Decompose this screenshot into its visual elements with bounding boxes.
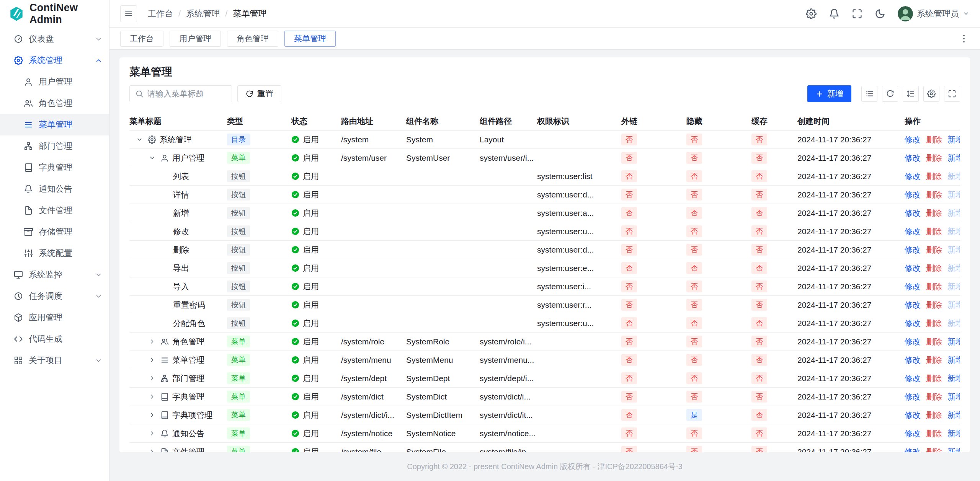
delete-link[interactable]: 删除 [926, 281, 942, 292]
delete-link[interactable]: 删除 [926, 428, 942, 439]
add-link[interactable]: 新增 [947, 263, 960, 274]
edit-link[interactable]: 修改 [905, 300, 921, 310]
add-link[interactable]: 新增 [947, 171, 960, 182]
sidebar-item-3[interactable]: 任务调度 [0, 285, 109, 307]
tree-expand-icon[interactable] [147, 392, 157, 402]
delete-link[interactable]: 删除 [926, 373, 942, 384]
dark-mode-moon-icon[interactable] [875, 8, 885, 19]
notification-bell-icon[interactable] [829, 8, 840, 19]
sidebar-item-6[interactable]: 关于项目 [0, 350, 109, 371]
sidebar-item-2[interactable]: 系统监控 [0, 264, 109, 285]
tab-3[interactable]: 菜单管理 [284, 31, 336, 47]
table-row[interactable]: 详情按钮启用system:user:d...否否否2024-11-17 20:3… [129, 186, 960, 204]
sidebar-subitem-6[interactable]: 文件管理 [0, 200, 109, 221]
delete-link[interactable]: 删除 [926, 226, 942, 237]
edit-link[interactable]: 修改 [905, 171, 921, 182]
delete-link[interactable]: 删除 [926, 189, 942, 200]
add-link[interactable]: 新增 [947, 281, 960, 292]
add-link[interactable]: 新增 [947, 373, 960, 384]
tree-expand-icon[interactable] [147, 337, 157, 347]
delete-link[interactable]: 删除 [926, 134, 942, 145]
sidebar-collapse-button[interactable] [120, 5, 137, 22]
add-link[interactable]: 新增 [947, 355, 960, 365]
tree-expand-icon[interactable] [147, 153, 157, 163]
table-row[interactable]: 导入按钮启用system:user:i...否否否2024-11-17 20:3… [129, 277, 960, 296]
table-row[interactable]: 列表按钮启用system:user:list否否否2024-11-17 20:3… [129, 167, 960, 186]
add-link[interactable]: 新增 [947, 245, 960, 255]
table-row[interactable]: 新增按钮启用system:user:a...否否否2024-11-17 20:3… [129, 204, 960, 222]
table-row[interactable]: 通知公告菜单启用/system/noticeSystemNoticesystem… [129, 424, 960, 443]
edit-link[interactable]: 修改 [905, 263, 921, 274]
edit-link[interactable]: 修改 [905, 226, 921, 237]
density-button[interactable] [861, 86, 877, 102]
sidebar-item-4[interactable]: 应用管理 [0, 307, 109, 328]
edit-link[interactable]: 修改 [905, 318, 921, 329]
table-row[interactable]: 部门管理菜单启用/system/deptSystemDeptsystem/dep… [129, 369, 960, 388]
delete-link[interactable]: 删除 [926, 318, 942, 329]
sidebar-subitem-5[interactable]: 通知公告 [0, 178, 109, 200]
fullscreen-icon[interactable] [852, 8, 862, 19]
tab-more-icon[interactable] [959, 33, 969, 44]
delete-link[interactable]: 删除 [926, 355, 942, 365]
table-row[interactable]: 修改按钮启用system:user:u...否否否2024-11-17 20:3… [129, 222, 960, 241]
table-row[interactable]: 字典管理菜单启用/system/dictSystemDictsystem/dic… [129, 388, 960, 406]
delete-link[interactable]: 删除 [926, 245, 942, 255]
sidebar-item-1[interactable]: 系统管理 [0, 50, 109, 71]
add-link[interactable]: 新增 [947, 447, 960, 453]
delete-link[interactable]: 删除 [926, 171, 942, 182]
edit-link[interactable]: 修改 [905, 355, 921, 365]
add-link[interactable]: 新增 [947, 153, 960, 163]
delete-link[interactable]: 删除 [926, 300, 942, 310]
sidebar-subitem-1[interactable]: 角色管理 [0, 93, 109, 114]
delete-link[interactable]: 删除 [926, 153, 942, 163]
sidebar-subitem-4[interactable]: 字典管理 [0, 157, 109, 178]
table-row[interactable]: 导出按钮启用system:user:e...否否否2024-11-17 20:3… [129, 259, 960, 277]
delete-link[interactable]: 删除 [926, 208, 942, 218]
edit-link[interactable]: 修改 [905, 189, 921, 200]
breadcrumb-item[interactable]: 系统管理 [186, 8, 220, 20]
table-row[interactable]: 字典项管理菜单启用/system/dict/i...SystemDictItem… [129, 406, 960, 424]
add-link[interactable]: 新增 [947, 189, 960, 200]
column-settings-button[interactable] [923, 86, 939, 102]
edit-link[interactable]: 修改 [905, 245, 921, 255]
tab-2[interactable]: 角色管理 [227, 31, 278, 47]
line-height-button[interactable] [903, 86, 919, 102]
tab-1[interactable]: 用户管理 [170, 31, 221, 47]
logo[interactable]: ContiNew Admin [0, 0, 109, 28]
table-row[interactable]: 菜单管理菜单启用/system/menuSystemMenusystem/men… [129, 351, 960, 369]
delete-link[interactable]: 删除 [926, 336, 942, 347]
add-link[interactable]: 新增 [947, 300, 960, 310]
edit-link[interactable]: 修改 [905, 153, 921, 163]
sidebar-subitem-2[interactable]: 菜单管理 [0, 114, 109, 135]
sidebar-subitem-3[interactable]: 部门管理 [0, 135, 109, 157]
sidebar-item-0[interactable]: 仪表盘 [0, 28, 109, 50]
table-row[interactable]: 分配角色按钮启用system:user:u...否否否2024-11-17 20… [129, 314, 960, 333]
table-row[interactable]: 系统管理目录启用/systemSystemLayout否否否2024-11-17… [129, 130, 960, 149]
table-fullscreen-button[interactable] [944, 86, 960, 102]
table-row[interactable]: 删除按钮启用system:user:d...否否否2024-11-17 20:3… [129, 241, 960, 259]
sidebar-item-5[interactable]: 代码生成 [0, 328, 109, 350]
table-row[interactable]: 重置密码按钮启用system:user:r...否否否2024-11-17 20… [129, 296, 960, 314]
tree-expand-icon[interactable] [147, 373, 157, 383]
add-link[interactable]: 新增 [947, 410, 960, 421]
add-link[interactable]: 新增 [947, 208, 960, 218]
edit-link[interactable]: 修改 [905, 134, 921, 145]
tree-expand-icon[interactable] [147, 355, 157, 365]
edit-link[interactable]: 修改 [905, 373, 921, 384]
edit-link[interactable]: 修改 [905, 428, 921, 439]
add-link[interactable]: 新增 [947, 226, 960, 237]
breadcrumb-item[interactable]: 菜单管理 [233, 8, 266, 20]
edit-link[interactable]: 修改 [905, 208, 921, 218]
user-menu[interactable]: 系统管理员 [898, 6, 969, 21]
settings-icon[interactable] [806, 8, 817, 19]
sidebar-subitem-8[interactable]: 系统配置 [0, 243, 109, 264]
edit-link[interactable]: 修改 [905, 447, 921, 453]
add-link[interactable]: 新增 [947, 428, 960, 439]
delete-link[interactable]: 删除 [926, 447, 942, 453]
tree-expand-icon[interactable] [147, 429, 157, 439]
edit-link[interactable]: 修改 [905, 391, 921, 402]
add-link[interactable]: 新增 [947, 318, 960, 329]
table-refresh-button[interactable] [882, 86, 898, 102]
add-button[interactable]: 新增 [807, 85, 851, 102]
reset-button[interactable]: 重置 [237, 85, 281, 102]
